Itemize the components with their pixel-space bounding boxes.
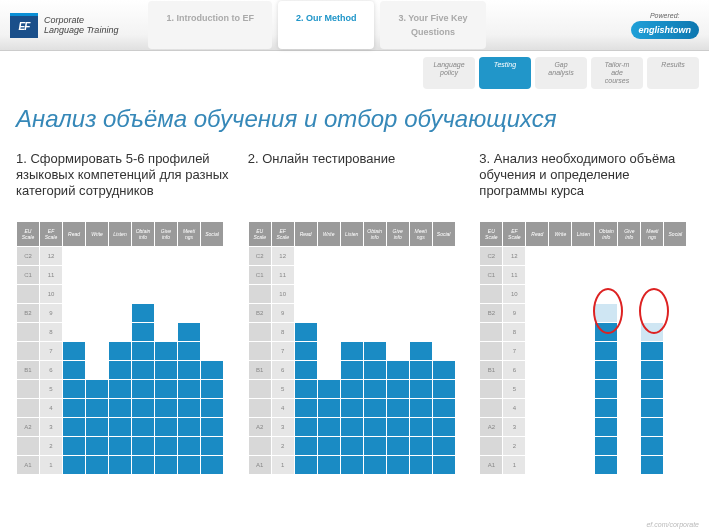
grid-cell [664,418,687,437]
ef-level: 12 [271,247,294,266]
grid-cell [432,247,455,266]
column-3-heading: 3. Анализ необходимого объёма обучения и… [479,151,693,211]
ef-level: 6 [271,361,294,380]
sub-nav-pill[interactable]: Gap analysis [535,57,587,89]
grid-cell [63,361,86,380]
grid-1: EU ScaleEF ScaleReadWriteListenObtain in… [16,221,230,475]
grid-cell [201,342,224,361]
grid-cell [201,456,224,475]
grid-cell [409,361,432,380]
powered-label: Powered: [631,12,700,19]
grid-cell [526,323,549,342]
grid-cell [363,247,386,266]
grid-cell [294,266,317,285]
grid-cell [526,437,549,456]
eu-level: A2 [480,418,503,437]
grid-cell [386,247,409,266]
grid-header: EF Scale [40,222,63,247]
grid-cell [409,380,432,399]
eu-level [480,399,503,418]
eu-level [248,342,271,361]
grid-cell [155,285,178,304]
grid-cell [618,342,641,361]
grid-cell [363,456,386,475]
grid-cell [526,266,549,285]
grid-header: Social [432,222,455,247]
ef-level: 10 [271,285,294,304]
sub-nav-pill[interactable]: Tailor-m ade courses [591,57,643,89]
eu-level [480,380,503,399]
eu-level: A2 [17,418,40,437]
eu-level: C2 [248,247,271,266]
grid-cell [363,418,386,437]
powered-brand: englishtown [631,21,700,39]
grid-cell [63,342,86,361]
grid-header: Listen [109,222,132,247]
nav-tab[interactable]: 3. Your Five Key Questions [380,1,485,49]
grid-cell [86,399,109,418]
column-2-heading: 2. Онлайн тестирование [248,151,462,211]
grid-cell [409,304,432,323]
grid-cell [201,437,224,456]
grid-cell [664,342,687,361]
nav-tab[interactable]: 1. Introduction to EF [148,1,272,49]
grid-header: Read [526,222,549,247]
grid-header: EU Scale [248,222,271,247]
grid-cell [294,285,317,304]
grid-cell [526,399,549,418]
grid-cell [641,266,664,285]
grid-cell [178,342,201,361]
eu-level [17,437,40,456]
grid-cell [340,247,363,266]
ef-level: 11 [503,266,526,285]
eu-level: B1 [17,361,40,380]
grid-cell [618,323,641,342]
column-2: 2. Онлайн тестирование EU ScaleEF ScaleR… [248,151,462,475]
grid-cell [432,342,455,361]
ef-level: 8 [271,323,294,342]
grid-cell [549,380,572,399]
grid-cell [132,399,155,418]
grid-cell [432,361,455,380]
grid-cell [618,456,641,475]
sub-nav-pill[interactable]: Testing [479,57,531,89]
ef-logo-text: Corporate Language Training [44,15,118,35]
grid-cell [132,342,155,361]
grid-cell [363,323,386,342]
grid-cell [86,266,109,285]
grid-cell [641,342,664,361]
grid-cell [409,399,432,418]
grid-cell [63,399,86,418]
grid-cell [178,304,201,323]
sub-nav-pill[interactable]: Results [647,57,699,89]
sub-nav: Language policyTestingGap analysisTailor… [0,51,709,93]
grid-cell [317,304,340,323]
grid-header: EF Scale [503,222,526,247]
grid-cell [595,247,618,266]
eu-level [248,323,271,342]
grid-cell [109,342,132,361]
grid-cell [526,285,549,304]
grid-cell [595,399,618,418]
grid-cell [618,437,641,456]
grid-cell [109,323,132,342]
grid-cell [63,285,86,304]
eu-level [480,285,503,304]
nav-tab[interactable]: 2. Our Method [278,1,375,49]
eu-level [17,342,40,361]
grid-cell [86,247,109,266]
grid-cell [432,437,455,456]
grid-cell [386,456,409,475]
sub-nav-pill[interactable]: Language policy [423,57,475,89]
grid-cell [572,380,595,399]
ef-level: 3 [503,418,526,437]
grid-cell [340,437,363,456]
grid-cell [63,456,86,475]
grid-cell [155,418,178,437]
grid-cell [641,418,664,437]
grid-cell [409,437,432,456]
grid-cell [132,247,155,266]
grid-cell [201,323,224,342]
eu-level [480,437,503,456]
columns: 1. Сформировать 5-6 профилей языковых ко… [0,151,709,475]
